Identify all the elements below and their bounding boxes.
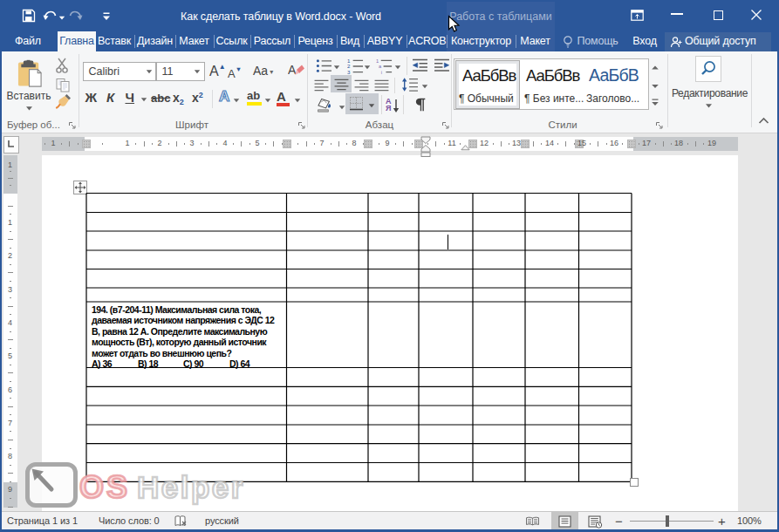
svg-text:3: 3 [347,69,351,74]
svg-text:a: a [379,64,382,69]
svg-text:i: i [381,70,382,74]
svg-text:1: 1 [376,58,379,64]
